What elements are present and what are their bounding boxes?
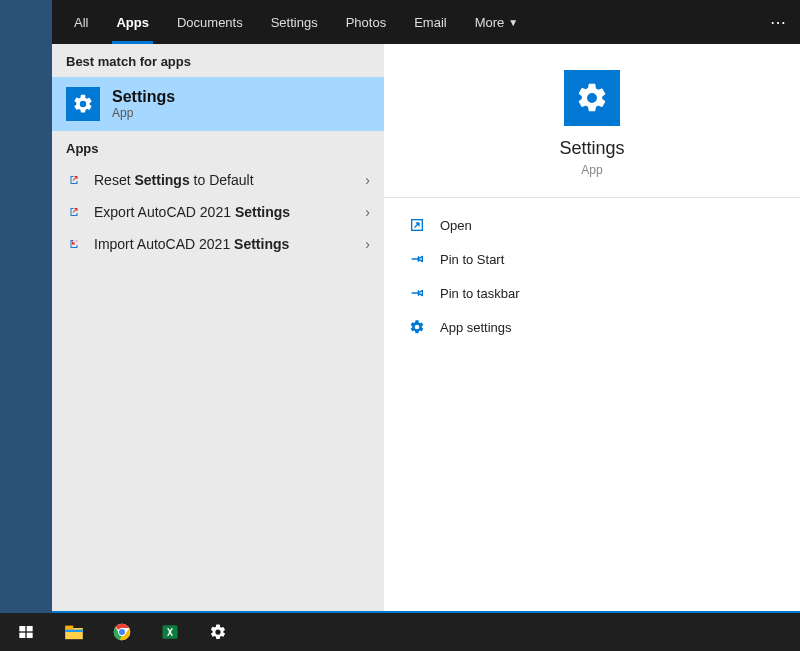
- tab-email[interactable]: Email: [400, 0, 461, 44]
- svg-rect-3: [19, 626, 25, 631]
- tab-label: Photos: [346, 15, 386, 30]
- pin-icon: [408, 250, 426, 268]
- best-match-item[interactable]: Settings App: [52, 77, 384, 131]
- results-pane: Best match for apps Settings App Apps Re…: [52, 44, 384, 611]
- taskbar: [0, 613, 800, 651]
- pin-icon: [408, 284, 426, 302]
- chevron-right-icon: ›: [365, 236, 370, 252]
- gear-icon: [408, 318, 426, 336]
- tab-label: All: [74, 15, 88, 30]
- result-text: Reset Settings to Default: [94, 172, 365, 188]
- result-text: Import AutoCAD 2021 Settings: [94, 236, 365, 252]
- action-label: Pin to Start: [440, 252, 504, 267]
- tab-label: Email: [414, 15, 447, 30]
- result-item[interactable]: Import AutoCAD 2021 Settings ›: [52, 228, 384, 260]
- ellipsis-icon: ⋯: [770, 13, 786, 32]
- tab-photos[interactable]: Photos: [332, 0, 400, 44]
- action-pin-start[interactable]: Pin to Start: [384, 242, 800, 276]
- result-text: Export AutoCAD 2021 Settings: [94, 204, 365, 220]
- svg-rect-5: [19, 633, 25, 638]
- svg-rect-9: [65, 630, 83, 632]
- chevron-right-icon: ›: [365, 204, 370, 220]
- tab-settings[interactable]: Settings: [257, 0, 332, 44]
- detail-header: Settings App: [384, 44, 800, 198]
- detail-title: Settings: [559, 138, 624, 159]
- svg-point-12: [119, 629, 125, 635]
- open-icon: [408, 216, 426, 234]
- result-item[interactable]: Reset Settings to Default ›: [52, 164, 384, 196]
- best-match-title: Settings: [112, 88, 175, 106]
- action-label: App settings: [440, 320, 512, 335]
- action-app-settings[interactable]: App settings: [384, 310, 800, 344]
- gear-icon: [564, 70, 620, 126]
- svg-rect-6: [27, 633, 33, 638]
- action-list: Open Pin to Start Pin to taskbar: [384, 198, 800, 354]
- svg-rect-4: [27, 626, 33, 631]
- chevron-right-icon: ›: [365, 172, 370, 188]
- overflow-button[interactable]: ⋯: [756, 0, 800, 44]
- chevron-down-icon: ▼: [508, 17, 518, 28]
- best-match-text: Settings App: [112, 88, 175, 120]
- gear-icon: [66, 87, 100, 121]
- settings-button[interactable]: [196, 613, 240, 651]
- start-button[interactable]: [4, 613, 48, 651]
- svg-rect-8: [65, 626, 73, 630]
- result-item[interactable]: Export AutoCAD 2021 Settings ›: [52, 196, 384, 228]
- chrome-button[interactable]: [100, 613, 144, 651]
- export-icon: [66, 172, 82, 188]
- tab-all[interactable]: All: [60, 0, 102, 44]
- tab-label: Settings: [271, 15, 318, 30]
- search-window: All Apps Documents Settings Photos Email…: [52, 0, 800, 651]
- tab-label: Apps: [116, 15, 149, 30]
- action-open[interactable]: Open: [384, 208, 800, 242]
- main-split: Best match for apps Settings App Apps Re…: [52, 44, 800, 611]
- excel-button[interactable]: [148, 613, 192, 651]
- tab-apps[interactable]: Apps: [102, 0, 163, 44]
- file-explorer-button[interactable]: [52, 613, 96, 651]
- best-match-sub: App: [112, 106, 175, 120]
- export-icon: [66, 204, 82, 220]
- action-label: Open: [440, 218, 472, 233]
- best-match-header: Best match for apps: [52, 44, 384, 77]
- apps-header: Apps: [52, 131, 384, 164]
- detail-sub: App: [581, 163, 602, 177]
- import-icon: [66, 236, 82, 252]
- tab-label: Documents: [177, 15, 243, 30]
- tab-label: More: [475, 15, 505, 30]
- tab-more[interactable]: More ▼: [461, 0, 533, 44]
- tab-bar: All Apps Documents Settings Photos Email…: [52, 0, 800, 44]
- action-pin-taskbar[interactable]: Pin to taskbar: [384, 276, 800, 310]
- action-label: Pin to taskbar: [440, 286, 520, 301]
- tab-documents[interactable]: Documents: [163, 0, 257, 44]
- detail-pane: Settings App Open Pin to Start: [384, 44, 800, 611]
